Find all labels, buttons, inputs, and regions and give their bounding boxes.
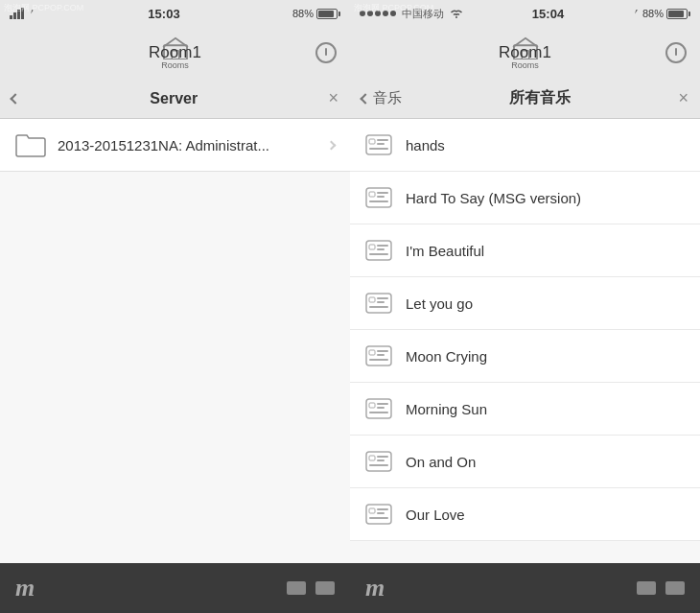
- status-right-right: ⎖ 88%: [633, 7, 690, 20]
- time-right: 15:04: [532, 7, 564, 21]
- bottom-btn-2-left[interactable]: [315, 581, 335, 595]
- room-name-left: Room1: [149, 43, 201, 62]
- svg-rect-37: [369, 412, 388, 413]
- bottom-bar-right: m: [350, 563, 700, 613]
- close-button-left[interactable]: ×: [328, 88, 338, 108]
- svg-rect-32: [369, 359, 388, 361]
- svg-rect-1: [13, 12, 16, 19]
- music-name: I'm Beautiful: [406, 243, 484, 259]
- music-name: Let you go: [406, 295, 473, 312]
- music-name: Moon Crying: [406, 348, 487, 365]
- bluetooth-icon-right: ⎖: [633, 7, 640, 20]
- nav-bar-right: 音乐 所有音乐 ×: [350, 79, 700, 119]
- music-name: Hard To Say (MSG version): [406, 190, 581, 206]
- bottom-btn-2-right[interactable]: [665, 581, 685, 595]
- svg-rect-42: [369, 464, 388, 466]
- music-icon: [365, 131, 392, 158]
- chevron-left-icon-right: [360, 93, 370, 104]
- battery-icon-left: [316, 9, 340, 19]
- close-button-right[interactable]: ×: [678, 88, 688, 108]
- svg-rect-45: [377, 508, 388, 510]
- svg-rect-46: [377, 512, 385, 514]
- bluetooth-icon-left: ⎖: [29, 7, 35, 20]
- svg-rect-2: [17, 10, 20, 19]
- music-name: Our Love: [406, 507, 465, 523]
- svg-rect-3: [21, 8, 24, 19]
- music-item[interactable]: Our Love: [350, 488, 700, 541]
- svg-rect-15: [377, 192, 388, 194]
- status-bar-right: 中国移动 15:04 ⎖ 88%: [350, 0, 700, 27]
- signal-dots: [360, 11, 396, 16]
- svg-rect-25: [377, 297, 388, 299]
- battery-icon-right: [666, 9, 690, 19]
- svg-rect-20: [377, 245, 388, 247]
- app-logo-left: m: [15, 574, 35, 602]
- status-left: ⎖: [10, 7, 35, 20]
- music-icon: [365, 184, 392, 211]
- music-icon: [365, 290, 392, 317]
- svg-rect-36: [377, 407, 385, 409]
- music-icon: [365, 395, 392, 422]
- svg-rect-31: [377, 354, 385, 356]
- svg-rect-35: [377, 403, 388, 405]
- svg-rect-16: [377, 196, 385, 198]
- bottom-bar-left: m: [0, 563, 350, 613]
- battery-percent-right: 88%: [642, 8, 664, 19]
- music-name: Morning Sun: [406, 401, 487, 417]
- time-left: 15:03: [148, 7, 179, 21]
- power-button-right[interactable]: [665, 42, 687, 63]
- svg-rect-11: [377, 143, 385, 145]
- svg-rect-10: [377, 139, 388, 141]
- app-logo-right: m: [365, 574, 385, 602]
- music-item[interactable]: Morning Sun: [350, 383, 700, 436]
- room-name-right: Room1: [499, 43, 551, 62]
- music-name: hands: [406, 137, 445, 153]
- back-button-right[interactable]: 音乐: [362, 89, 402, 107]
- music-item[interactable]: Let you go: [350, 277, 700, 330]
- right-phone-panel: 泡泡网 PCPOP.COM 中国移动 15:04 ⎖ 88%: [350, 0, 700, 613]
- battery-percent-left: 88%: [292, 8, 314, 19]
- music-icon: [365, 342, 392, 369]
- svg-rect-21: [377, 248, 385, 250]
- left-phone-panel: 泡泡网 PCPOP.COM ⎖ 15:03 88%: [0, 0, 350, 613]
- power-button-left[interactable]: [315, 42, 337, 63]
- music-list: hands Hard To Say (MSG version) I'm Beau…: [350, 119, 700, 563]
- back-button-left[interactable]: [12, 95, 19, 103]
- music-icon: [365, 448, 392, 475]
- svg-rect-22: [369, 253, 388, 255]
- svg-rect-40: [377, 456, 388, 458]
- music-item[interactable]: On and On: [350, 436, 700, 488]
- nav-subtitle-right: 所有音乐: [402, 88, 678, 108]
- nav-bar-left: Server ×: [0, 79, 350, 119]
- svg-rect-26: [377, 301, 385, 303]
- svg-rect-17: [369, 200, 388, 202]
- content-area-left: 2013-20151231NA: Administrat...: [0, 119, 350, 563]
- folder-icon: [15, 132, 46, 157]
- nav-title-left: Server: [19, 90, 328, 107]
- app-header-right: Rooms Room1: [350, 27, 700, 79]
- music-icon: [365, 501, 392, 528]
- status-right-left: 88%: [292, 8, 340, 19]
- server-item[interactable]: 2013-20151231NA: Administrat...: [0, 119, 350, 172]
- music-item[interactable]: Hard To Say (MSG version): [350, 172, 700, 224]
- music-item[interactable]: Moon Crying: [350, 330, 700, 383]
- svg-rect-27: [369, 306, 388, 308]
- svg-rect-41: [377, 460, 385, 461]
- music-icon: [365, 237, 392, 264]
- signal-icon: [10, 8, 25, 19]
- bottom-btn-1-right[interactable]: [637, 581, 656, 595]
- music-item[interactable]: I'm Beautiful: [350, 224, 700, 277]
- status-left-right: 中国移动: [360, 7, 463, 21]
- app-header-left: Rooms Room1: [0, 27, 350, 79]
- music-name: On and On: [406, 454, 476, 470]
- bottom-controls-right: [637, 581, 685, 595]
- svg-rect-47: [369, 517, 388, 519]
- chevron-right-icon: [327, 140, 337, 150]
- status-bar-left: ⎖ 15:03 88%: [0, 0, 350, 27]
- svg-rect-30: [377, 350, 388, 352]
- carrier-label: 中国移动: [402, 7, 444, 21]
- music-item[interactable]: hands: [350, 119, 700, 172]
- back-label-right: 音乐: [373, 89, 402, 107]
- server-name: 2013-20151231NA: Administrat...: [58, 137, 328, 153]
- bottom-btn-1-left[interactable]: [287, 581, 306, 595]
